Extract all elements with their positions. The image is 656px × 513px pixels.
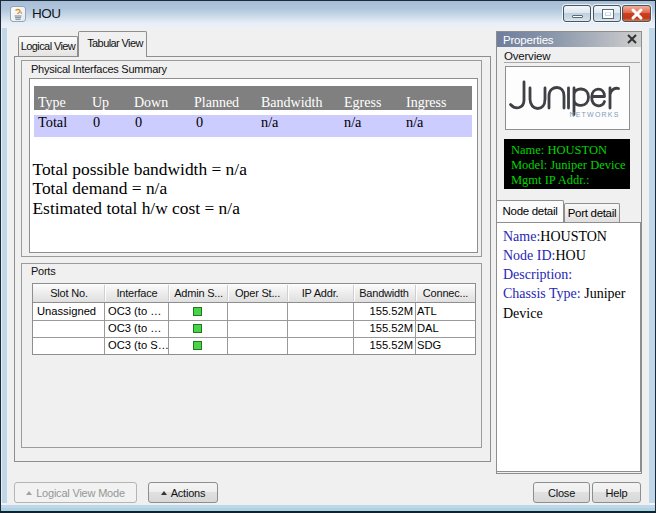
svg-text:NETWORKS: NETWORKS	[570, 111, 620, 118]
